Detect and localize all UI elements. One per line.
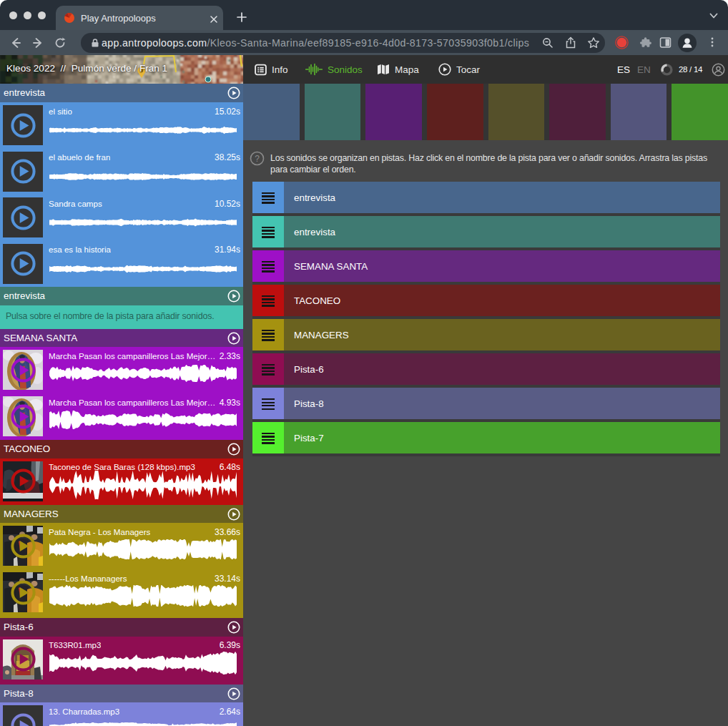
svg-text:?: ? [255, 154, 260, 164]
